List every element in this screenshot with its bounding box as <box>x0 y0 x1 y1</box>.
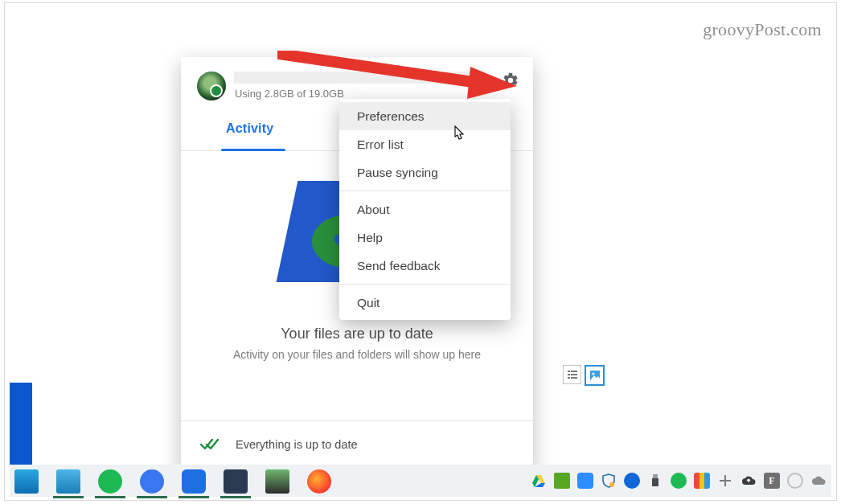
tray-usb-icon[interactable] <box>647 473 663 489</box>
tray-spotify-icon[interactable] <box>671 473 687 489</box>
avatar[interactable] <box>197 72 226 100</box>
svg-rect-5 <box>571 371 577 372</box>
menu-send-feedback[interactable]: Send feedback <box>339 252 511 280</box>
svg-rect-19 <box>720 480 731 481</box>
tray-slack-icon[interactable] <box>717 473 733 489</box>
tray-google-drive-icon[interactable] <box>531 473 547 489</box>
empty-state-subtext: Activity on your files and folders will … <box>181 348 533 361</box>
tab-activity[interactable]: Activity <box>226 121 273 136</box>
taskbar: F <box>10 465 831 497</box>
tray-bluetooth-icon[interactable] <box>624 473 640 489</box>
tray-zoom-icon[interactable] <box>577 473 593 489</box>
tray-cloud-up-icon[interactable] <box>740 473 757 489</box>
svg-rect-4 <box>568 371 570 372</box>
watermark-text: groovyPost.com <box>703 19 822 40</box>
gear-menu: Preferences Error list Pause syncing Abo… <box>339 99 511 320</box>
menu-preferences[interactable]: Preferences <box>339 102 511 130</box>
taskbar-snagit-icon[interactable] <box>224 469 248 494</box>
account-email-redacted <box>234 72 483 84</box>
svg-rect-16 <box>653 474 658 478</box>
svg-rect-8 <box>568 377 570 379</box>
screenshot-frame: groovyPost.com Using 2.8GB of 19.0GB Act… <box>4 2 837 501</box>
taskbar-spotify-icon[interactable] <box>98 469 122 494</box>
svg-rect-7 <box>571 374 577 375</box>
status-text: Everything is up to date <box>236 438 358 451</box>
taskbar-tray: F <box>531 473 827 489</box>
tray-powertoys-icon[interactable] <box>694 473 710 489</box>
menu-pause-syncing[interactable]: Pause syncing <box>339 158 511 186</box>
menu-divider <box>339 191 511 191</box>
taskbar-server-manager-icon[interactable] <box>56 469 80 494</box>
double-check-icon <box>200 437 219 452</box>
taskbar-file-explorer-icon[interactable] <box>14 469 39 494</box>
menu-help[interactable]: Help <box>339 223 511 252</box>
tray-f-icon[interactable]: F <box>764 473 780 489</box>
menu-quit[interactable]: Quit <box>339 289 511 317</box>
svg-rect-9 <box>571 377 577 379</box>
taskbar-firefox-icon[interactable] <box>307 469 331 494</box>
storage-line: Using 2.8GB of 19.0GB <box>235 88 344 100</box>
thumbnail-view-button[interactable] <box>585 365 605 386</box>
tray-nvidia-icon[interactable] <box>554 473 570 489</box>
blue-rect-decoration <box>10 383 32 469</box>
taskbar-left <box>14 465 331 497</box>
list-view-button[interactable] <box>563 365 581 384</box>
taskbar-signal-icon[interactable] <box>140 469 164 494</box>
svg-rect-17 <box>652 478 658 486</box>
empty-state-heading: Your files are up to date <box>181 326 533 342</box>
svg-point-11 <box>592 373 594 375</box>
menu-error-list[interactable]: Error list <box>339 130 511 158</box>
menu-about[interactable]: About <box>339 195 511 223</box>
status-row: Everything is up to date <box>181 420 533 467</box>
taskbar-vpn-icon[interactable] <box>182 469 206 494</box>
svg-point-15 <box>609 482 614 487</box>
menu-divider <box>339 284 511 285</box>
gear-icon[interactable] <box>502 72 519 89</box>
tray-onedrive-icon[interactable] <box>810 473 827 489</box>
tray-circle-icon[interactable] <box>787 473 803 489</box>
view-toggle <box>563 365 605 386</box>
svg-rect-6 <box>568 374 570 375</box>
tray-defender-icon[interactable] <box>601 473 617 489</box>
tab-indicator <box>221 149 285 151</box>
taskbar-remote-desktop-icon[interactable] <box>265 469 289 494</box>
